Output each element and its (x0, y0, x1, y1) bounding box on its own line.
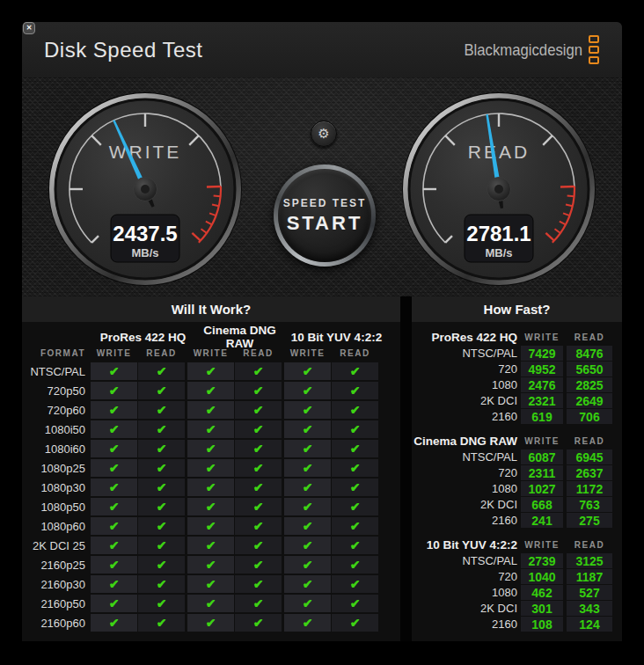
write-speed-cell: 301 (521, 601, 563, 616)
check-cell: ✔ (91, 420, 137, 438)
check-cell: ✔ (91, 459, 137, 477)
read-speed-cell: 2637 (567, 465, 612, 480)
write-speed-cell: 6087 (521, 449, 563, 464)
table-row: 2K DCI301343 (412, 601, 622, 616)
check-icon: ✔ (157, 480, 167, 494)
format-label: 1080 (412, 482, 517, 495)
write-speed-cell: 7429 (521, 346, 563, 361)
how-fast-body: ProRes 422 HQWRITEREADNTSC/PAL7429847672… (412, 322, 622, 632)
how-fast-title: How Fast? (412, 296, 622, 322)
read-speed-cell: 706 (567, 409, 612, 424)
check-icon: ✔ (109, 364, 120, 378)
format-label: 2160p60 (22, 617, 91, 630)
check-icon: ✔ (206, 384, 216, 398)
check-icon: ✔ (253, 596, 264, 610)
check-icon: ✔ (350, 558, 361, 572)
check-icon: ✔ (206, 364, 216, 378)
read-speed-cell: 1187 (567, 569, 612, 584)
close-icon: ✕ (26, 25, 33, 32)
check-icon: ✔ (109, 616, 120, 630)
check-icon: ✔ (350, 364, 361, 378)
check-icon: ✔ (350, 384, 361, 398)
check-cell: ✔ (235, 556, 282, 574)
check-cell: ✔ (138, 498, 185, 515)
write-speed-cell: 241 (521, 513, 563, 528)
check-cell: ✔ (138, 556, 185, 574)
check-icon: ✔ (157, 442, 167, 456)
table-row: 2K DCI668763 (412, 497, 622, 512)
check-icon: ✔ (157, 558, 167, 572)
check-cell: ✔ (91, 537, 137, 554)
format-label: 1080p60 (22, 520, 91, 533)
check-cell: ✔ (235, 479, 282, 496)
check-cell: ✔ (284, 401, 331, 419)
check-icon: ✔ (109, 500, 120, 514)
check-icon: ✔ (157, 596, 167, 610)
check-icon: ✔ (109, 480, 120, 494)
check-cell: ✔ (187, 401, 234, 419)
settings-button[interactable]: ⚙ (311, 121, 337, 147)
check-cell: ✔ (284, 614, 331, 632)
table-row: 72049525650 (412, 362, 622, 376)
format-column-header: FORMAT (22, 348, 91, 358)
codec-section: ProRes 422 HQWRITEREADNTSC/PAL7429847672… (412, 329, 622, 424)
check-cell: ✔ (187, 556, 234, 574)
check-icon: ✔ (253, 577, 264, 591)
check-icon: ✔ (303, 577, 313, 591)
format-label: NTSC/PAL (412, 450, 517, 464)
format-label: 2160p30 (22, 578, 91, 591)
gear-icon: ⚙ (318, 126, 329, 142)
write-column-header: WRITE (521, 332, 563, 342)
check-icon: ✔ (350, 577, 361, 591)
read-column-header: READ (332, 348, 378, 358)
check-cell: ✔ (235, 517, 282, 535)
check-icon: ✔ (253, 538, 264, 552)
check-icon: ✔ (303, 596, 313, 610)
start-button[interactable]: SPEED TEST START (274, 164, 376, 267)
write-gauge: WRITE 2437.5 MB/s (48, 91, 243, 287)
codec-header-row: ProRes 422 HQ Cinema DNG RAW 10 Bit YUV … (22, 329, 400, 345)
format-label: 720 (412, 466, 517, 479)
check-cell: ✔ (187, 382, 234, 399)
check-cell: ✔ (332, 440, 378, 457)
check-cell: ✔ (91, 382, 137, 399)
check-icon: ✔ (206, 461, 216, 475)
app-window: ✕ Disk Speed Test Blackmagicdesign WRITE… (22, 22, 622, 641)
check-cell: ✔ (235, 498, 282, 515)
check-icon: ✔ (350, 442, 361, 456)
table-row: 2160p25✔✔✔✔✔✔ (22, 556, 400, 574)
check-cell: ✔ (187, 498, 234, 515)
start-button-subtitle: SPEED TEST (283, 197, 367, 209)
table-row: 1080p50✔✔✔✔✔✔ (22, 498, 400, 515)
write-speed-cell: 2739 (521, 553, 563, 568)
codec-header: 10 Bit YUV 4:2:2 (289, 331, 384, 344)
read-column-header: READ (567, 332, 612, 342)
table-row: 1080i60✔✔✔✔✔✔ (22, 440, 400, 457)
write-speed-cell: 2311 (521, 465, 563, 480)
close-button[interactable]: ✕ (23, 22, 35, 34)
check-cell: ✔ (138, 420, 185, 438)
start-button-face: SPEED TEST START (278, 169, 371, 262)
check-icon: ✔ (206, 442, 216, 456)
check-icon: ✔ (303, 500, 313, 514)
gauge-area: WRITE 2437.5 MB/s READ 2781.1 (22, 77, 622, 296)
check-icon: ✔ (206, 558, 216, 572)
format-label: 2160p50 (22, 597, 91, 610)
check-icon: ✔ (303, 519, 313, 533)
table-row: 2K DCI 25✔✔✔✔✔✔ (22, 537, 400, 554)
read-speed-cell: 527 (567, 585, 612, 600)
write-speed-cell: 108 (521, 617, 563, 632)
check-cell: ✔ (284, 459, 331, 477)
write-column-header: WRITE (521, 436, 563, 446)
check-icon: ✔ (253, 364, 264, 378)
check-icon: ✔ (109, 384, 120, 398)
check-cell: ✔ (91, 556, 137, 574)
check-cell: ✔ (284, 382, 331, 399)
check-cell: ✔ (91, 595, 137, 612)
check-cell: ✔ (284, 595, 331, 612)
write-speed-value: 2437.5 (113, 222, 177, 245)
check-cell: ✔ (138, 382, 185, 399)
check-icon: ✔ (350, 519, 361, 533)
check-cell: ✔ (332, 420, 378, 438)
check-cell: ✔ (332, 556, 378, 574)
